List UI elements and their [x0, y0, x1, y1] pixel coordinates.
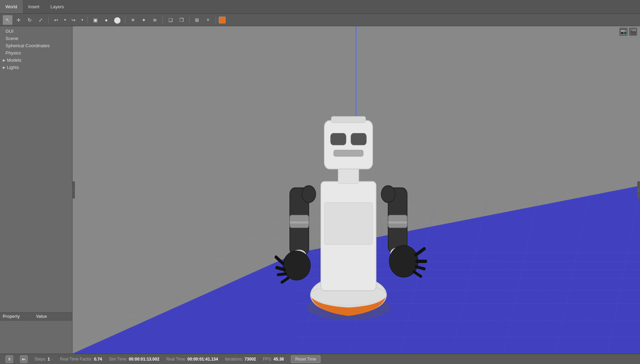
svg-line-53: [277, 267, 285, 270]
svg-line-52: [276, 257, 283, 263]
sun-light-button[interactable]: ☀: [128, 15, 138, 25]
reset-time-button[interactable]: Reset Time: [291, 355, 321, 363]
right-panel-collapse-handle[interactable]: ⋮: [637, 181, 640, 199]
properties-header: Property Value: [0, 313, 72, 321]
svg-rect-43: [338, 167, 359, 184]
separator-4: [163, 17, 163, 23]
viewport-grid-svg: [72, 26, 640, 354]
redo-button[interactable]: ↪: [69, 15, 78, 25]
svg-line-35: [555, 192, 590, 354]
paste-button[interactable]: ❒: [177, 15, 186, 25]
svg-line-31: [348, 228, 383, 354]
sidebar: GUI Scene Spherical Coordinates Physics …: [0, 26, 72, 354]
svg-line-6: [243, 173, 356, 354]
real-time-value: 00:00:01:41.134: [187, 357, 218, 362]
svg-point-39: [311, 276, 386, 314]
spot-light-button[interactable]: ≋: [150, 15, 160, 25]
value-column-header: Value: [36, 314, 70, 319]
svg-rect-58: [388, 221, 407, 223]
svg-rect-45: [331, 133, 346, 145]
steps-display: Steps: 1 ↓: [35, 357, 53, 362]
svg-line-12: [356, 173, 583, 354]
box-shape-button[interactable]: ▣: [90, 15, 100, 25]
cylinder-shape-button[interactable]: ⬤: [112, 15, 122, 25]
svg-line-3: [72, 173, 356, 354]
svg-rect-47: [334, 150, 363, 156]
svg-rect-44: [324, 121, 373, 169]
separator-3: [125, 17, 125, 23]
real-time-factor-display: Real Time Factor: 0.74: [60, 357, 102, 362]
pause-button[interactable]: ⏸: [6, 355, 13, 363]
real-time-display: Real Time: 00:00:01:41.134: [166, 357, 218, 362]
sidebar-item-physics[interactable]: Physics: [0, 49, 72, 57]
sidebar-item-gui[interactable]: GUI: [0, 28, 72, 35]
status-bar: ⏸ ⏭ Steps: 1 ↓ Real Time Factor: 0.74 Si…: [0, 354, 640, 364]
svg-point-40: [311, 284, 386, 305]
property-column-header: Property: [3, 314, 36, 319]
align-button[interactable]: ⊞: [192, 15, 202, 25]
undo-button[interactable]: ↩: [51, 15, 61, 25]
scale-tool-button[interactable]: ⤢: [36, 15, 46, 25]
fps-display: FPS: 45.38: [263, 357, 284, 362]
svg-line-10: [356, 173, 469, 354]
color-picker[interactable]: [219, 17, 226, 23]
menu-tab-insert[interactable]: Insert: [23, 0, 45, 13]
viewport[interactable]: 📷 🎬 ⋮: [72, 26, 640, 354]
svg-line-32: [400, 207, 435, 354]
rotate-tool-button[interactable]: ↻: [25, 15, 35, 25]
fps-value: 45.38: [274, 357, 284, 362]
svg-line-11: [356, 173, 526, 354]
lights-arrow-icon: ▶: [3, 65, 6, 69]
svg-line-13: [356, 173, 640, 354]
svg-rect-66: [290, 221, 309, 223]
step-forward-button[interactable]: ⏭: [20, 355, 28, 363]
point-light-button[interactable]: ✦: [139, 15, 149, 25]
svg-line-30: [297, 253, 331, 354]
menu-bar: World Insert Layers: [0, 0, 640, 14]
sidebar-tree: GUI Scene Spherical Coordinates Physics …: [0, 26, 72, 312]
sidebar-item-spherical-coordinates[interactable]: Spherical Coordinates: [0, 42, 72, 49]
svg-line-64: [414, 272, 421, 276]
menu-tab-world[interactable]: World: [0, 0, 23, 13]
copy-button[interactable]: ❑: [166, 15, 175, 25]
svg-rect-48: [331, 117, 366, 123]
svg-rect-41: [321, 182, 376, 291]
undo-dropdown-button[interactable]: ▾: [62, 15, 67, 25]
snap-button[interactable]: ⌖: [203, 15, 213, 25]
real-time-factor-value: 0.74: [94, 357, 102, 362]
svg-rect-0: [72, 26, 640, 354]
svg-point-38: [307, 295, 390, 320]
sidebar-item-lights[interactable]: ▶ Lights: [0, 64, 72, 71]
toolbar: ↖ ✛ ↻ ⤢ ↩ ▾ ↪ ▾ ▣ ● ⬤ ☀ ✦ ≋ ❑ ❒ ⊞ ⌖: [0, 14, 640, 26]
svg-point-67: [302, 186, 316, 203]
svg-line-9: [356, 173, 413, 354]
sim-time-label: Sim Time:: [109, 357, 127, 362]
svg-line-61: [416, 249, 424, 255]
sidebar-collapse-handle[interactable]: ⋮: [72, 181, 75, 199]
redo-dropdown-button[interactable]: ▾: [80, 15, 85, 25]
svg-rect-42: [324, 203, 373, 245]
svg-line-55: [282, 278, 288, 282]
screenshot-button[interactable]: 📷: [619, 28, 628, 36]
steps-label: Steps:: [35, 357, 46, 362]
menu-tab-layers[interactable]: Layers: [45, 0, 69, 13]
svg-point-60: [389, 245, 418, 277]
models-arrow-icon: ▶: [3, 58, 6, 62]
svg-rect-46: [351, 133, 366, 145]
steps-value: 1: [48, 357, 50, 362]
svg-line-34: [504, 196, 538, 354]
sidebar-item-scene[interactable]: Scene: [0, 35, 72, 42]
sidebar-item-models[interactable]: ▶ Models: [0, 57, 72, 64]
svg-line-4: [129, 173, 356, 354]
video-button[interactable]: 🎬: [629, 28, 637, 36]
separator-6: [216, 17, 216, 23]
iterations-label: Iterations:: [225, 357, 243, 362]
svg-line-7: [299, 173, 356, 354]
select-tool-button[interactable]: ↖: [3, 15, 12, 25]
svg-rect-56: [388, 188, 407, 253]
translate-tool-button[interactable]: ✛: [14, 15, 23, 25]
svg-line-33: [452, 203, 486, 354]
svg-line-54: [278, 274, 286, 275]
main-content: GUI Scene Spherical Coordinates Physics …: [0, 26, 640, 354]
sphere-shape-button[interactable]: ●: [101, 15, 111, 25]
